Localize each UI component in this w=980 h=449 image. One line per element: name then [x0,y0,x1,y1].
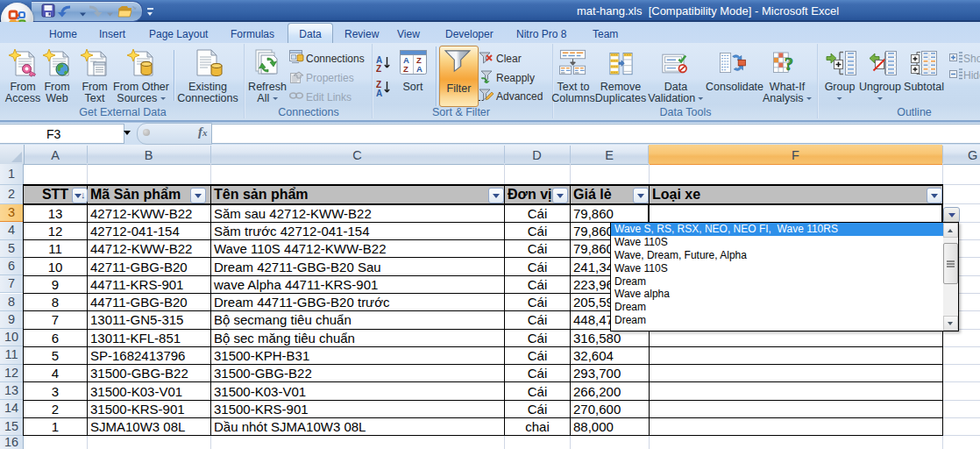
svg-text:A: A [376,89,382,97]
svg-text:A: A [416,64,423,74]
svg-text:Z: Z [376,64,381,73]
svg-text:Z: Z [403,64,408,74]
svg-text:?: ? [785,53,793,74]
